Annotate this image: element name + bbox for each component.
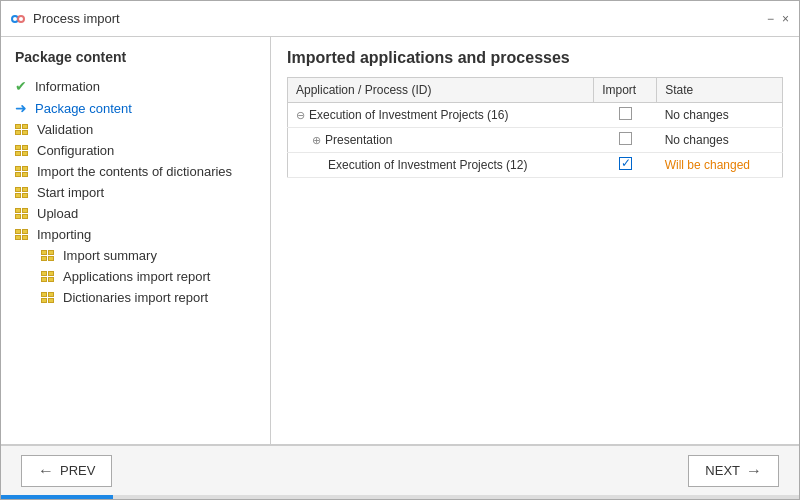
expand-icon[interactable]: ⊖ [296, 109, 305, 121]
row-name-text: Execution of Investment Projects (16) [309, 108, 508, 122]
table-row: Execution of Investment Projects (12)Wil… [288, 153, 783, 178]
col-header-state: State [657, 78, 783, 103]
next-arrow-icon: → [746, 462, 762, 480]
close-button[interactable]: × [782, 12, 789, 26]
hourglass-icon [41, 271, 55, 282]
row-name-text: Presentation [325, 133, 392, 147]
right-panel: Imported applications and processes Appl… [271, 37, 799, 445]
sidebar-item-label: Dictionaries import report [63, 290, 208, 305]
hourglass-icon [15, 124, 29, 135]
progress-bar-container [1, 495, 799, 500]
row-state-row2: No changes [657, 128, 783, 153]
row-name-row1: ⊖Execution of Investment Projects (16) [288, 103, 594, 128]
checkbox-checked[interactable] [619, 157, 632, 170]
hourglass-icon [41, 292, 55, 303]
sidebar: Package content ✔Information➜Package con… [1, 37, 271, 445]
row-name-row2: ⊕Presentation [288, 128, 594, 153]
applications-table: Application / Process (ID)ImportState ⊖E… [287, 77, 783, 178]
sidebar-item-label: Upload [37, 206, 78, 221]
hourglass-icon [41, 250, 55, 261]
row-name-row3: Execution of Investment Projects (12) [288, 153, 594, 178]
hourglass-icon [15, 166, 29, 177]
row-import-row2[interactable] [594, 128, 657, 153]
table-container: Application / Process (ID)ImportState ⊖E… [271, 77, 799, 444]
sidebar-item-importing[interactable]: Importing [1, 224, 270, 245]
sidebar-title: Package content [1, 49, 270, 75]
sidebar-item-information[interactable]: ✔Information [1, 75, 270, 97]
checkbox-unchecked[interactable] [619, 132, 632, 145]
next-label: NEXT [705, 463, 740, 478]
title-bar: Process import − × [1, 1, 799, 37]
col-header-name: Application / Process (ID) [288, 78, 594, 103]
hourglass-icon [15, 229, 29, 240]
sidebar-item-package-content[interactable]: ➜Package content [1, 97, 270, 119]
progress-bar [1, 495, 113, 500]
expand-icon[interactable]: ⊕ [312, 134, 321, 146]
sidebar-item-configuration[interactable]: Configuration [1, 140, 270, 161]
row-state-row1: No changes [657, 103, 783, 128]
arrow-right-icon: ➜ [15, 100, 27, 116]
sidebar-item-label: Import summary [63, 248, 157, 263]
title-bar-controls[interactable]: − × [767, 12, 789, 26]
sidebar-item-label: Information [35, 79, 100, 94]
sidebar-item-import-summary[interactable]: Import summary [1, 245, 270, 266]
sidebar-item-label: Applications import report [63, 269, 210, 284]
hourglass-icon [15, 208, 29, 219]
sidebar-item-label: Validation [37, 122, 93, 137]
row-import-row1[interactable] [594, 103, 657, 128]
sidebar-item-label: Importing [37, 227, 91, 242]
svg-point-1 [18, 16, 24, 22]
hourglass-icon [15, 145, 29, 156]
title-bar-left: Process import [11, 11, 120, 27]
hourglass-icon [15, 187, 29, 198]
row-import-row3[interactable] [594, 153, 657, 178]
sidebar-item-dictionaries-import-report[interactable]: Dictionaries import report [1, 287, 270, 308]
prev-label: PREV [60, 463, 95, 478]
sidebar-item-import-dictionaries[interactable]: Import the contents of dictionaries [1, 161, 270, 182]
minimize-button[interactable]: − [767, 12, 774, 26]
sidebar-item-validation[interactable]: Validation [1, 119, 270, 140]
prev-button[interactable]: ← PREV [21, 455, 112, 487]
panel-title: Imported applications and processes [271, 37, 799, 77]
row-name-text: Execution of Investment Projects (12) [328, 158, 527, 172]
sidebar-item-start-import[interactable]: Start import [1, 182, 270, 203]
window-title: Process import [33, 11, 120, 26]
check-icon: ✔ [15, 78, 27, 94]
checkbox-unchecked[interactable] [619, 107, 632, 120]
prev-arrow-icon: ← [38, 462, 54, 480]
sidebar-item-label: Configuration [37, 143, 114, 158]
next-button[interactable]: NEXT → [688, 455, 779, 487]
sidebar-item-label: Import the contents of dictionaries [37, 164, 232, 179]
table-row: ⊖Execution of Investment Projects (16)No… [288, 103, 783, 128]
main-content: Package content ✔Information➜Package con… [1, 37, 799, 445]
row-state-row3: Will be changed [657, 153, 783, 178]
sidebar-item-label: Package content [35, 101, 132, 116]
table-row: ⊕PresentationNo changes [288, 128, 783, 153]
sidebar-item-upload[interactable]: Upload [1, 203, 270, 224]
sidebar-item-label: Start import [37, 185, 104, 200]
app-icon [11, 11, 27, 27]
sidebar-item-applications-import-report[interactable]: Applications import report [1, 266, 270, 287]
footer: ← PREV NEXT → [1, 445, 799, 495]
col-header-import: Import [594, 78, 657, 103]
